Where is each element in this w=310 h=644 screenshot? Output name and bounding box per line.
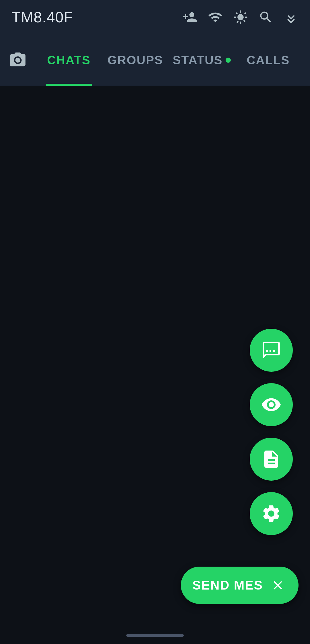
tab-groups[interactable]: GROUPS [102,34,169,86]
bottom-nav-indicator [0,627,310,644]
fab-container [250,329,293,535]
more-icon[interactable] [284,10,299,25]
nav-pill [126,634,184,637]
wifi-icon [208,10,223,25]
tabs-container: CHATS GROUPS STATUS CALLS [36,34,301,86]
status-time: TM8.40F [11,9,171,26]
send-message-button[interactable]: SEND MES [181,567,299,604]
status-dot [226,58,231,63]
tab-calls[interactable]: CALLS [235,34,302,86]
tab-chats[interactable]: CHATS [36,34,102,86]
nav-bar: CHATS GROUPS STATUS CALLS [0,34,310,86]
status-bar: TM8.40F [0,0,310,34]
settings-fab-button[interactable] [250,492,293,535]
document-fab-button[interactable] [250,438,293,481]
status-icons [183,10,299,25]
main-content: SEND MES [0,86,310,627]
tab-status[interactable]: STATUS [168,34,235,86]
brightness-icon [233,10,248,25]
camera-icon[interactable] [9,51,27,69]
chat-fab-button[interactable] [250,329,293,372]
search-icon[interactable] [258,10,273,25]
send-message-label: SEND MES [192,578,263,592]
add-contact-icon [183,10,197,25]
close-button[interactable] [269,576,287,594]
view-fab-button[interactable] [250,383,293,426]
